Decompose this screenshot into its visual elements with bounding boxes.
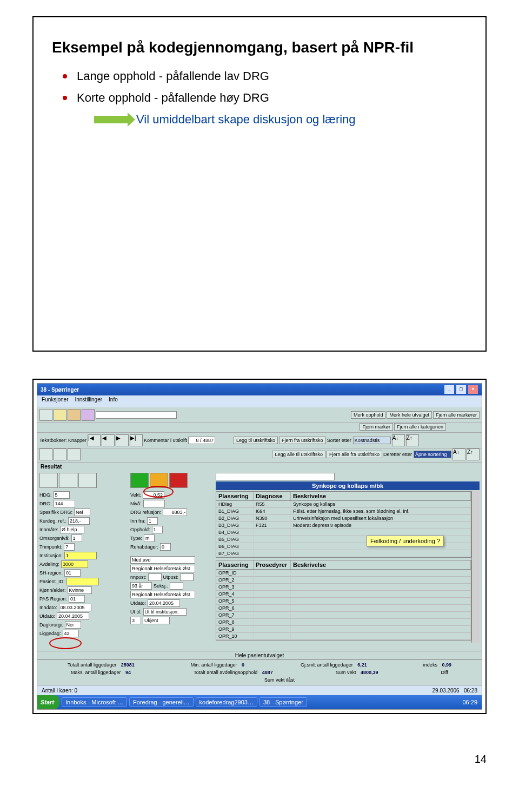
table-row[interactable]: B2_DIAGN390Urinveisinfeksjon med uspesif… — [216, 515, 471, 522]
callout-feilkoding: Feilkoding / underkoding ? — [367, 536, 444, 546]
start-button[interactable]: Start — [37, 695, 59, 709]
table-row[interactable]: OPR_10 — [216, 633, 471, 640]
fjern-alle-kat-button[interactable]: Fjern alle i kategorien — [394, 423, 446, 431]
type-input[interactable] — [144, 534, 155, 542]
table-row[interactable]: OPR_8 — [216, 619, 471, 626]
taskbar-item-2[interactable]: Foredrag - generell… — [129, 697, 194, 707]
table-row[interactable]: OPR_3 — [216, 584, 471, 591]
innmate-input[interactable] — [60, 526, 84, 533]
niva-input[interactable] — [143, 500, 165, 507]
menu-funksjoner[interactable]: Funksjoner — [42, 397, 68, 406]
tre-input[interactable] — [130, 617, 141, 624]
legg-til-button[interactable]: Legg til utskriftsko — [234, 437, 278, 444]
icd10-icon[interactable] — [54, 409, 66, 421]
deretter-select[interactable] — [414, 451, 451, 458]
merk-opphold-button[interactable]: Merk opphold — [351, 411, 386, 419]
kjonn-input[interactable] — [68, 586, 92, 594]
nav-prev-icon[interactable]: ◀ — [102, 434, 115, 446]
table-row[interactable]: B3_DIAGF321Moderat depressiv episode — [216, 522, 471, 529]
maximize-button[interactable]: □ — [456, 385, 467, 394]
person-icon[interactable] — [78, 473, 97, 488]
table-row[interactable]: OPR_7 — [216, 612, 471, 619]
scrollbar-2[interactable] — [471, 560, 480, 643]
shreg-input[interactable] — [64, 569, 81, 577]
ukjent-input[interactable] — [143, 617, 170, 624]
uttil-input[interactable] — [143, 608, 187, 616]
seksj-input[interactable] — [170, 582, 183, 590]
tiny-icon-2[interactable] — [54, 448, 66, 460]
region1-input[interactable] — [130, 565, 195, 572]
nav-last-icon[interactable]: ▶| — [130, 434, 143, 446]
drg1-icon[interactable] — [68, 409, 81, 421]
drg-input[interactable] — [54, 500, 75, 507]
sort-asc-icon[interactable]: A↓ — [392, 434, 405, 446]
table-row[interactable]: OPR_2 — [216, 577, 471, 584]
merk-hele-button[interactable]: Merk hele utvalget — [387, 411, 432, 419]
min-lbl: Min. antall liggedager — [191, 662, 237, 668]
minimize-button[interactable]: _ — [444, 385, 455, 394]
taskbar-item-1[interactable]: Innboks - Microsoft … — [62, 697, 127, 707]
nav-next-icon[interactable]: ▶ — [116, 434, 129, 446]
scrollbar[interactable] — [471, 491, 480, 560]
menu-innstillinger[interactable]: Innstillinger — [75, 397, 102, 406]
table-row[interactable]: OPR_9 — [216, 626, 471, 633]
innpost-input[interactable] — [148, 573, 162, 581]
table-row[interactable]: B1_DIAGI694F.tilst. etter hjerneslag, ik… — [216, 508, 471, 515]
sumvl-lbl: Sum vekt ilåst — [264, 677, 295, 683]
pasid-input[interactable] — [66, 578, 99, 585]
ligged-input[interactable] — [63, 630, 79, 637]
back-arrow-icon[interactable] — [39, 409, 52, 421]
inndat-input[interactable] — [59, 604, 91, 611]
sorter-select[interactable] — [353, 437, 391, 444]
search-input[interactable] — [96, 411, 177, 419]
fjern-alle-fra-button[interactable]: Fjern alle fra utskriftsko — [327, 451, 382, 458]
fjern-marker-button[interactable]: Fjern markør — [360, 423, 393, 431]
hdg-input[interactable] — [54, 491, 70, 499]
omsniv-input[interactable] — [71, 534, 82, 542]
utpost-label: Utpost: — [163, 575, 179, 580]
drg2-icon[interactable] — [82, 409, 95, 421]
spesdrg-input[interactable] — [74, 509, 90, 516]
filter-clear-icon[interactable] — [59, 473, 77, 488]
tiny-icon-1[interactable] — [39, 448, 52, 460]
utdato2-input[interactable] — [148, 599, 180, 607]
innfra-input[interactable] — [147, 517, 158, 525]
close-button[interactable]: × — [468, 385, 478, 394]
green-flag-icon[interactable] — [130, 473, 149, 488]
kurdog-input[interactable] — [68, 517, 90, 525]
menu-info[interactable]: Info — [109, 397, 118, 406]
fjern-fra-button[interactable]: Fjern fra utskriftsko — [279, 437, 326, 444]
table-row[interactable]: OPR_4 — [216, 591, 471, 598]
right-search-input[interactable] — [216, 473, 335, 480]
vekt-label: Vekt: — [130, 492, 141, 498]
trimp-input[interactable] — [64, 543, 75, 551]
filter-set-icon[interactable] — [39, 473, 58, 488]
utdat-input[interactable] — [57, 612, 89, 620]
drgref-input[interactable] — [163, 509, 187, 516]
utpost-input[interactable] — [180, 573, 194, 581]
tiny-icon-3[interactable] — [68, 448, 81, 460]
opphold-input[interactable] — [152, 526, 163, 533]
fjern-alle-button[interactable]: Fjern alle markører — [433, 411, 480, 419]
sort-desc-icon-2[interactable]: Z↑ — [467, 448, 480, 460]
table-row[interactable]: OPR_ID — [216, 570, 471, 577]
daykir-input[interactable] — [65, 621, 81, 629]
table-row[interactable]: OPR_5 — [216, 598, 471, 605]
region2-input[interactable] — [130, 591, 195, 598]
table-row[interactable]: B7_DIAG — [216, 550, 471, 557]
inst-input[interactable] — [64, 552, 97, 559]
taskbar-item-4[interactable]: 38 - Spørringer — [260, 697, 307, 707]
pasreg-input[interactable] — [69, 595, 85, 603]
sort-asc-icon-2[interactable]: A↓ — [453, 448, 465, 460]
rehab-input[interactable] — [160, 543, 171, 551]
red-flag-icon[interactable] — [169, 473, 188, 488]
table-row[interactable]: OPR_6 — [216, 605, 471, 612]
sort-desc-icon[interactable]: Z↑ — [406, 434, 419, 446]
table-row[interactable]: HDiagR55Synkope og kollaps — [216, 501, 471, 508]
avd-input[interactable] — [61, 560, 88, 568]
taskbar-item-3[interactable]: kodeforedrag2903… — [196, 697, 257, 707]
legg-alle-button[interactable]: Legg alle til utskriftsko — [272, 451, 325, 458]
alder-input[interactable] — [130, 582, 152, 590]
medavd-input[interactable] — [130, 556, 195, 564]
nav-first-icon[interactable]: |◀ — [88, 434, 101, 446]
